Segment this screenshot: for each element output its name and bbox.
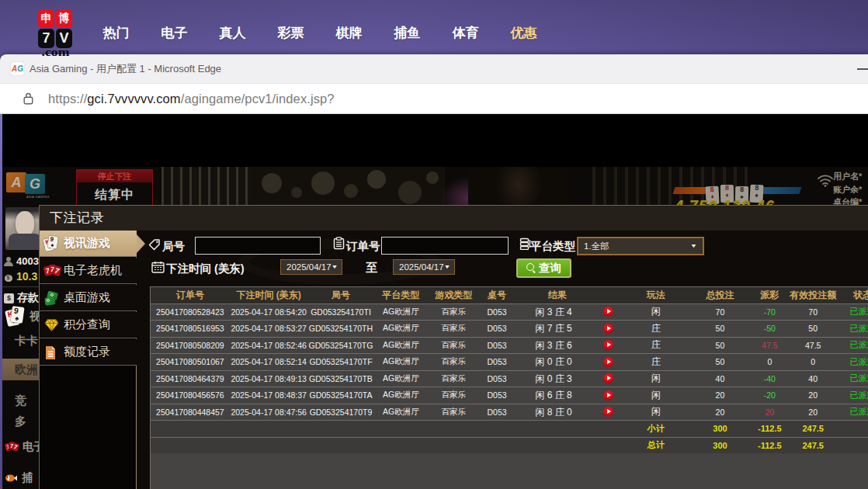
query-button-label: 查询 <box>539 261 561 276</box>
platform-type-label: 平台类型 <box>530 239 575 254</box>
deposit-label: 存款 <box>17 291 39 305</box>
to-label: 至 <box>366 261 377 276</box>
table-header-row: 订单号下注时间 (美东)局号平台类型游戏类型桌号结果玩法总投注派彩有效投注额状态 <box>151 287 868 304</box>
ag-logo-g: G <box>25 174 45 194</box>
column-header: 派彩 <box>752 289 787 302</box>
column-header: 游戏类型 <box>428 289 479 302</box>
person-icon <box>4 257 13 266</box>
username-row: 4003 <box>4 255 39 267</box>
table-row[interactable]: 250417080528423 2025-04-17 08:54:20 GD05… <box>151 304 868 321</box>
tag-icon <box>148 238 161 251</box>
bet-time-label: 下注时间 (美东) <box>166 262 245 276</box>
lock-icon <box>23 92 33 105</box>
play-video-button[interactable] <box>603 307 613 317</box>
modal-sidebar: K♥9♠视讯游戏777电子老虎机桌面游戏积分查询额度记录 <box>40 231 137 489</box>
nav-item-彩票[interactable]: 彩票 <box>262 24 320 42</box>
slot-777-icon: 777 <box>44 263 59 279</box>
chevron-down-icon: ▼ <box>690 243 697 249</box>
diamond-icon <box>44 317 59 333</box>
order-no-label: 订单号 <box>346 239 380 254</box>
menu-item-积分查询[interactable]: 积分查询 <box>40 312 137 338</box>
play-video-button[interactable] <box>603 390 613 401</box>
play-video-button[interactable] <box>603 340 613 350</box>
date-to-select[interactable]: 2025/04/17 ▼ <box>393 259 455 275</box>
browser-addressbar[interactable]: https://gci.7vvvvvv.com/agingame/pcv1/in… <box>0 83 868 113</box>
round-no-input[interactable] <box>195 237 321 255</box>
platform-type-select[interactable]: 1.全部 ▼ <box>577 237 704 255</box>
game-tab-label: 电子 <box>23 440 39 454</box>
chevron-down-icon: ▼ <box>332 264 339 270</box>
browser-favicon-icon: AG <box>11 62 24 75</box>
table-row[interactable]: 250417080516953 2025-04-17 08:53:27 GD05… <box>151 321 868 338</box>
browser-titlebar[interactable]: AG Asia Gaming - 用户配置 1 - Microsoft Edge <box>0 54 868 83</box>
table-footer-area <box>150 453 868 489</box>
chevron-down-icon: ▼ <box>444 264 451 270</box>
hall-tab-duo[interactable]: 多 <box>2 411 39 432</box>
balance: 10.3 <box>16 270 37 283</box>
minimize-icon[interactable] <box>857 68 868 70</box>
play-video-button[interactable] <box>603 407 613 417</box>
date-to-value: 2025/04/17 <box>399 262 444 272</box>
menu-item-视讯游戏[interactable]: K♥9♠视讯游戏 <box>40 231 137 257</box>
nav-item-体育[interactable]: 体育 <box>436 24 495 42</box>
query-button[interactable]: 查询 <box>516 258 571 278</box>
hall-tab-kaka[interactable]: 卡卡 <box>2 330 39 352</box>
logo-badge-shen: 申 <box>38 9 54 28</box>
user-info-line: 账户余* <box>833 183 868 196</box>
table-row[interactable]: 250417080448457 2025-04-17 08:47:56 GD05… <box>151 404 868 421</box>
site-logo[interactable]: 申 博 7 V .com <box>38 9 73 56</box>
modal-title: 下注记录 <box>40 206 868 231</box>
table-row[interactable]: 250417080508209 2025-04-17 08:52:46 GD05… <box>151 338 868 355</box>
table-row[interactable]: 250417080464379 2025-04-17 08:49:13 GD05… <box>151 371 868 388</box>
order-no-input[interactable] <box>381 237 509 255</box>
grand-total-label: 总计 <box>623 439 689 451</box>
deposit-icon <box>4 293 14 303</box>
logo-com: .com <box>35 48 76 56</box>
url-domain: gci.7vvvvvv.com <box>87 92 180 106</box>
ag-logo-subtitle: ASIA GAMING <box>26 195 50 199</box>
date-from-select[interactable]: 2025/04/17 ▼ <box>280 259 342 275</box>
column-header: 局号 <box>308 289 374 302</box>
game-tab-fishing[interactable]: 捕 <box>4 471 33 485</box>
cards-icon: K♥9♠ <box>44 236 59 251</box>
fish-icon <box>4 473 18 484</box>
nav-item-热门[interactable]: 热门 <box>87 24 145 42</box>
grand-total-row: 总计300-112.5247.5 <box>151 438 868 455</box>
column-header: 总投注 <box>689 289 752 302</box>
ag-logo-a: A <box>6 172 26 192</box>
calendar-icon <box>151 261 165 273</box>
hall-tab-europe[interactable]: 欧洲 <box>2 359 39 380</box>
site-nav: 热门电子真人彩票棋牌捕鱼体育优惠 <box>87 9 553 56</box>
nav-item-捕鱼[interactable]: 捕鱼 <box>378 24 436 42</box>
slot-777-icon: 777 <box>5 441 17 453</box>
column-header: 订单号 <box>151 289 230 302</box>
wifi-icon <box>817 173 834 187</box>
table-row[interactable]: 250417080501067 2025-04-17 08:52:14 GD05… <box>151 354 868 371</box>
nav-item-棋牌[interactable]: 棋牌 <box>320 24 378 42</box>
video-tab-label: 视 <box>30 310 39 324</box>
menu-item-桌面游戏[interactable]: 桌面游戏 <box>40 285 137 311</box>
money-bag-icon <box>4 272 13 282</box>
nav-item-真人[interactable]: 真人 <box>203 24 262 42</box>
column-header: 平台类型 <box>373 289 428 302</box>
subtotal-row: 小计300-112.5247.5 <box>151 421 868 438</box>
table-row[interactable]: 250417080456576 2025-04-17 08:48:37 GD05… <box>151 387 868 404</box>
nav-item-电子[interactable]: 电子 <box>145 24 203 42</box>
menu-item-额度记录[interactable]: 额度记录 <box>40 339 137 366</box>
nav-item-优惠[interactable]: 优惠 <box>495 24 553 42</box>
hall-tab-jing[interactable]: 竞 <box>2 390 39 411</box>
play-video-button[interactable] <box>603 357 613 367</box>
ag-logo: A G ASIA GAMING <box>6 172 53 197</box>
game-tab-slots[interactable]: 777 电子 <box>4 439 39 455</box>
column-header: 桌号 <box>479 289 515 302</box>
page-left-column: 4003 10.3 存款 K♥ 9♠ 视 卡卡 欧洲 竞 多 777 电子 <box>2 206 39 489</box>
video-tab-row[interactable]: K♥ 9♠ 视 <box>4 309 39 324</box>
bet-records-table: 订单号下注时间 (美东)局号平台类型游戏类型桌号结果玩法总投注派彩有效投注额状态… <box>150 286 868 454</box>
betting-records-modal: 下注记录 K♥9♠视讯游戏777电子老虎机桌面游戏积分查询额度记录 局号 订单号 <box>39 205 868 489</box>
menu-item-电子老虎机[interactable]: 777电子老虎机 <box>40 258 137 284</box>
url-text[interactable]: https://gci.7vvvvvv.com/agingame/pcv1/in… <box>48 84 335 113</box>
avatar[interactable] <box>5 207 39 250</box>
play-video-button[interactable] <box>603 324 613 334</box>
deposit-row[interactable]: 存款 <box>4 291 39 305</box>
play-video-button[interactable] <box>603 373 613 383</box>
